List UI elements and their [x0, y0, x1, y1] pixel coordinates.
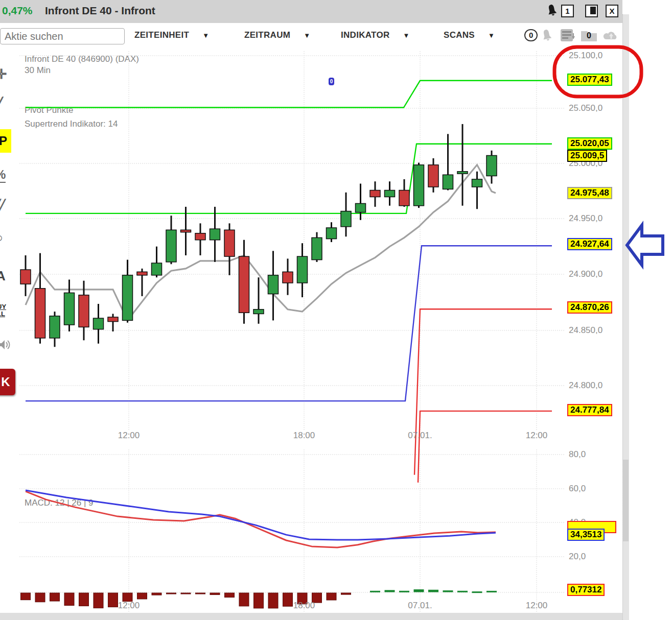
candle [327, 228, 337, 239]
candle [79, 295, 89, 327]
macd-histogram-bar [283, 593, 293, 606]
macd-histogram-bar [123, 593, 132, 602]
candle [341, 211, 351, 227]
macd-histogram-bar [79, 593, 89, 606]
candle [283, 272, 293, 283]
candle [385, 190, 395, 197]
macd-histogram-bar [64, 593, 74, 606]
pivot-blue [26, 246, 552, 401]
pivot-green-upper [26, 81, 552, 108]
macd-histogram-bar [472, 592, 482, 593]
macd-histogram-bar [225, 593, 235, 598]
macd-histogram-bar [487, 591, 497, 592]
macd-histogram-bar [35, 593, 45, 602]
pivot-red-upper [414, 309, 552, 475]
pivot-green-lower [26, 144, 552, 213]
candle [137, 272, 147, 275]
candle [457, 172, 468, 174]
macd-histogram-bar [327, 593, 336, 600]
bottom-window-strip [0, 613, 622, 620]
candle [297, 256, 308, 283]
macd-histogram-bar [385, 590, 395, 592]
macd-histogram-bar [94, 593, 103, 608]
candle [94, 318, 104, 329]
candle [123, 275, 133, 321]
macd-histogram-bar [400, 591, 409, 592]
candle [312, 237, 322, 259]
candle [152, 263, 162, 275]
candle [399, 190, 409, 206]
macd-histogram-bar [429, 590, 438, 592]
macd-histogram-bar [108, 593, 118, 607]
macd-histogram-bar [458, 591, 468, 592]
candle [50, 316, 60, 338]
candle [108, 317, 118, 322]
macd-histogram-bar [341, 593, 351, 594]
macd-line [26, 490, 496, 540]
candle [414, 165, 424, 206]
macd-histogram-bar [21, 593, 31, 600]
macd-histogram-bar [370, 591, 380, 592]
macd-histogram-bar [254, 593, 264, 608]
candle [443, 175, 453, 189]
macd-histogram-bar [297, 593, 307, 604]
macd-histogram-bar [239, 593, 249, 606]
macd-histogram-bar [196, 593, 205, 594]
candle [224, 230, 235, 256]
supertrend-line [26, 165, 496, 321]
scrollbar-thumb[interactable] [623, 460, 629, 541]
candle [239, 256, 249, 313]
candle [486, 155, 497, 176]
candle [210, 229, 220, 240]
candle [20, 270, 31, 284]
price-chart-canvas[interactable] [0, 0, 672, 620]
macd-histogram-bar [414, 590, 424, 592]
candle [356, 203, 366, 212]
pivot-red-lower [418, 411, 552, 483]
macd-histogram-bar [268, 593, 278, 608]
candle [195, 233, 205, 240]
candle [253, 309, 264, 314]
candle [428, 165, 438, 187]
candle [472, 179, 482, 187]
macd-signal-line [26, 491, 496, 547]
macd-histogram-bar [312, 593, 322, 603]
macd-histogram-bar [181, 593, 191, 594]
macd-histogram-bar [50, 593, 60, 601]
candle [35, 289, 45, 338]
infront-chart-window: 0,47% Infront DE 40 - Infront 1 X ZEITEI… [0, 0, 672, 620]
macd-histogram-bar [167, 593, 176, 594]
candle [268, 275, 279, 294]
candle [181, 230, 191, 232]
macd-histogram-bar [210, 593, 220, 594]
candle [64, 293, 75, 325]
candle [166, 230, 176, 262]
macd-histogram-bar [137, 593, 147, 599]
macd-histogram-bar [443, 591, 453, 592]
macd-histogram-bar [152, 593, 161, 595]
candle [370, 190, 380, 197]
